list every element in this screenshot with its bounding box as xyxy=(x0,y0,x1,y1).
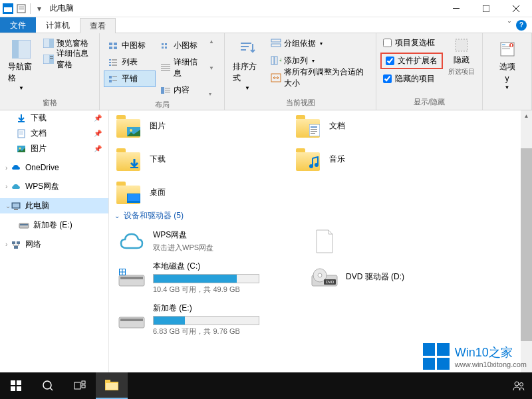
svg-text:DVD: DVD xyxy=(326,280,334,284)
svg-rect-44 xyxy=(241,49,246,51)
help-icon[interactable]: ? xyxy=(516,20,527,31)
tab-file[interactable]: 文件 xyxy=(0,17,36,33)
svg-rect-69 xyxy=(12,241,15,244)
nav-documents[interactable]: 文档📌 xyxy=(0,126,108,141)
add-cols-button[interactable]: +添加列▾ xyxy=(269,53,372,68)
svg-rect-100 xyxy=(11,386,15,391)
folder-desktop[interactable]: 桌面 xyxy=(114,178,274,206)
svg-rect-47 xyxy=(271,57,274,65)
folder-documents[interactable]: 文档 xyxy=(294,112,454,140)
navigation-pane: 下载📌 文档📌 图片📌 ›OneDrive ›WPS网盘 ⌄此电脑 新加卷 (E… xyxy=(0,110,109,372)
drive-c[interactable]: 本地磁盘 (C:) 10.4 GB 可用，共 49.9 GB xyxy=(114,258,287,297)
nav-pane-button[interactable]: 导航窗格 ▼ xyxy=(4,36,39,94)
layout-expand[interactable]: ▾ xyxy=(209,91,214,97)
svg-rect-68 xyxy=(20,224,28,225)
nav-onedrive[interactable]: ›OneDrive xyxy=(0,160,108,175)
nav-pictures[interactable]: 图片📌 xyxy=(0,141,108,156)
svg-rect-101 xyxy=(17,386,21,391)
item-checkboxes-toggle[interactable]: 项目复选框 xyxy=(380,36,443,50)
hidden-items-toggle[interactable]: 隐藏的项目 xyxy=(380,72,443,86)
svg-rect-65 xyxy=(13,203,19,207)
sort-button[interactable]: 排序方式 ▼ xyxy=(229,36,266,94)
drive-blank-file[interactable] xyxy=(307,227,480,255)
app-icon xyxy=(3,3,13,14)
fit-cols-button[interactable]: 将所有列调整为合适的大小 xyxy=(269,70,372,85)
vertical-scrollbar[interactable]: ▲ xyxy=(521,110,532,372)
nav-volume-e[interactable]: 新加卷 (E:) xyxy=(0,217,108,233)
svg-rect-7 xyxy=(483,5,489,12)
qa-properties-icon[interactable] xyxy=(15,2,28,15)
layout-scroll-up[interactable]: ▲ xyxy=(209,39,214,45)
svg-rect-33 xyxy=(165,47,167,49)
minimize-button[interactable] xyxy=(441,0,471,17)
group-panes-label: 窗格 xyxy=(0,96,99,110)
drive-wps[interactable]: WPS网盘双击进入WPS网盘 xyxy=(114,227,287,255)
layout-details[interactable]: 详细信息 xyxy=(156,54,207,82)
svg-rect-18 xyxy=(109,47,112,49)
ribbon-collapse-icon[interactable]: ˇ xyxy=(508,21,511,30)
folder-music[interactable]: 音乐 xyxy=(294,145,454,173)
taskbar xyxy=(0,372,532,399)
details-pane-button[interactable]: 详细信息窗格 xyxy=(41,52,95,66)
file-extensions-toggle[interactable]: 文件扩展名 xyxy=(383,54,440,68)
svg-rect-105 xyxy=(82,385,85,388)
layout-tiles[interactable]: 平铺 xyxy=(104,70,156,87)
titlebar: ▾ 此电脑 xyxy=(0,0,532,17)
folder-pictures[interactable]: 图片 xyxy=(114,112,274,140)
drive-c-usage-bar xyxy=(153,274,259,283)
qa-dropdown-icon[interactable]: ▾ xyxy=(33,2,46,15)
tab-computer[interactable]: 计算机 xyxy=(36,17,80,33)
group-by-button[interactable]: 分组依据▾ xyxy=(269,36,372,51)
svg-point-110 xyxy=(520,383,523,386)
svg-rect-30 xyxy=(162,43,164,45)
drive-e[interactable]: 新加卷 (E:) 6.83 GB 可用，共 9.76 GB xyxy=(114,300,287,339)
start-button[interactable] xyxy=(0,372,32,399)
svg-rect-54 xyxy=(502,47,510,47)
nav-network[interactable]: ›网络 xyxy=(0,237,108,252)
nav-wps[interactable]: ›WPS网盘 xyxy=(0,179,108,194)
hide-selected-button[interactable]: 隐藏 所选项目 xyxy=(447,36,476,78)
svg-point-93 xyxy=(318,273,322,277)
svg-rect-89 xyxy=(120,272,122,275)
section-devices[interactable]: ⌄ 设备和驱动器 (5) xyxy=(114,206,527,227)
tab-view[interactable]: 查看 xyxy=(80,18,116,33)
content-area: 下载📌 文档📌 图片📌 ›OneDrive ›WPS网盘 ⌄此电脑 新加卷 (E… xyxy=(0,110,532,372)
watermark: Win10之家 www.win10xitong.com xyxy=(423,343,527,370)
svg-rect-104 xyxy=(82,381,85,384)
svg-rect-5 xyxy=(19,9,24,9)
svg-rect-85 xyxy=(120,277,143,279)
svg-rect-22 xyxy=(109,62,111,63)
nav-thispc[interactable]: ⌄此电脑 xyxy=(0,198,108,213)
pin-icon: 📌 xyxy=(94,114,102,122)
svg-rect-28 xyxy=(109,80,112,82)
svg-rect-27 xyxy=(112,76,117,77)
search-button[interactable] xyxy=(32,372,64,399)
svg-rect-40 xyxy=(165,90,170,90)
people-button[interactable] xyxy=(505,372,532,399)
close-button[interactable] xyxy=(501,0,531,17)
folder-downloads[interactable]: 下载 xyxy=(114,145,274,173)
layout-medium-icons[interactable]: 中图标 xyxy=(104,37,156,54)
svg-point-81 xyxy=(315,163,319,167)
svg-rect-79 xyxy=(130,167,138,168)
layout-scroll-down[interactable]: ▼ xyxy=(209,65,214,71)
svg-rect-103 xyxy=(74,382,80,389)
task-view-button[interactable] xyxy=(64,372,96,399)
svg-text:+: + xyxy=(279,57,281,64)
svg-rect-45 xyxy=(271,39,281,42)
layout-small-icons[interactable]: 小图标 xyxy=(156,37,207,54)
group-showhide-label: 显示/隐藏 xyxy=(376,96,482,110)
ribbon: 导航窗格 ▼ 预览窗格 详细信息窗格 窗格 中图标 列表 xyxy=(0,33,532,110)
layout-list[interactable]: 列表 xyxy=(104,54,156,70)
nav-downloads[interactable]: 下载📌 xyxy=(0,110,108,126)
options-button[interactable]: 选项 y ▼ xyxy=(493,36,522,93)
svg-rect-76 xyxy=(311,129,317,130)
svg-rect-24 xyxy=(109,65,111,66)
taskbar-explorer[interactable] xyxy=(96,372,128,399)
layout-content[interactable]: 内容 xyxy=(156,82,207,98)
svg-rect-66 xyxy=(14,209,18,210)
drive-dvd[interactable]: DVD DVD 驱动器 (D:) xyxy=(307,258,480,297)
svg-rect-2 xyxy=(4,6,12,7)
maximize-button[interactable] xyxy=(471,0,501,17)
scrollbar-thumb[interactable] xyxy=(521,148,532,341)
